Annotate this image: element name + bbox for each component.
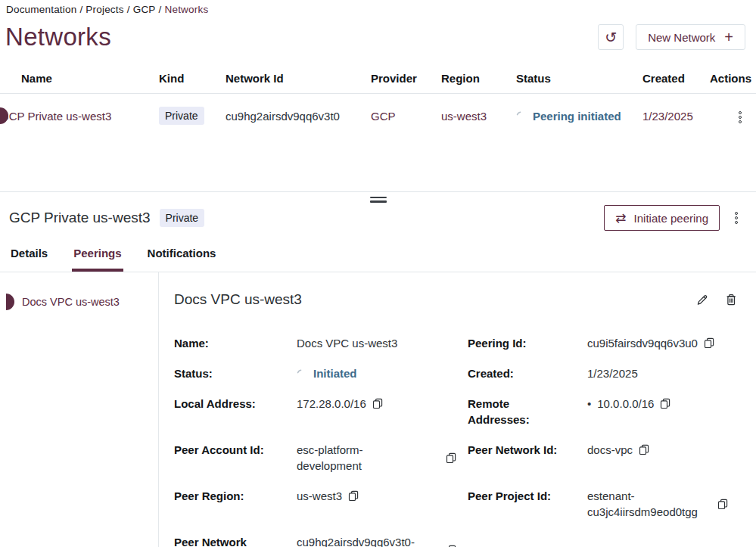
networks-page: Documentation/Projects/GCP/Networks Netw… [0,0,756,191]
column-header-actions: Actions [710,72,756,85]
breadcrumb: Documentation/Projects/GCP/Networks [0,0,756,15]
breadcrumb-separator: / [79,4,82,15]
cell-name[interactable]: GCP Private us-west3 [0,110,159,123]
field-label-name: Name: [174,335,297,351]
table-header-row: Name Kind Network Id Provider Region Sta… [0,64,756,94]
breadcrumb-item-documentation[interactable]: Documentation [6,4,76,15]
cell-network-id: cu9hg2airsdv9qq6v3t0 [226,110,371,123]
field-label-local-address: Local Address: [174,396,297,412]
copy-icon[interactable] [348,490,359,502]
panel-actions-menu-button[interactable] [730,207,742,228]
field-value-peer-project-id: estenant-cu3jc4iirsdm9eod0tgg [587,488,710,520]
initiate-peering-button[interactable]: ⇄ Initiate peering [604,205,720,231]
field-value-peer-network-id: docs-vpc [587,442,633,458]
copy-icon[interactable] [372,398,384,409]
plus-icon: + [724,30,733,45]
column-header-region: Region [441,72,516,85]
panel-title: GCP Private us-west3 [9,210,151,226]
peering-list-item-label: Docs VPC us-west3 [22,296,120,308]
column-header-created: Created [642,72,710,85]
field-label-peering-id: Peering Id: [468,335,587,351]
tab-details[interactable]: Details [9,244,49,272]
peering-marker-icon [6,294,14,310]
new-network-button[interactable]: New Network + [636,24,745,50]
field-value-local-address: 172.28.0.0/16 [297,396,366,412]
cell-region: us-west3 [441,110,516,123]
row-actions-menu-button[interactable] [734,107,746,128]
panel-kind-badge: Private [160,209,205,227]
status-spinner-icon [297,369,306,378]
networks-table: Name Kind Network Id Provider Region Sta… [0,64,756,138]
field-value-peer-network-name: cu9hg2airsdv9qq6v3t0-vpc [297,534,419,547]
field-label-peer-network-id: Peer Network Id: [468,442,587,458]
page-title: Networks [5,23,111,51]
cell-status: Peering initiated [533,110,621,123]
cell-created: 1/23/2025 [642,110,710,123]
breadcrumb-item-networks[interactable]: Networks [165,4,209,15]
field-value-name: Docs VPC us-west3 [297,335,397,351]
breadcrumb-separator: / [127,4,130,15]
cell-provider: GCP [371,110,441,123]
panel-tabs: Details Peerings Notifications [0,244,756,272]
peering-detail: Docs VPC us-west3 Name: Docs VPC us-west… [159,272,756,547]
field-value-peering-id: cu9i5fairsdv9qq6v3u0 [587,335,698,351]
delete-trash-icon[interactable] [724,293,738,306]
field-label-status: Status: [174,365,297,381]
column-header-name: Name [0,72,159,85]
tab-peerings[interactable]: Peerings [72,244,123,272]
list-bullet: • [587,396,591,412]
initiate-peering-label: Initiate peering [634,212,708,225]
peering-fields: Name: Docs VPC us-west3 Peering Id: cu9i… [174,335,739,547]
column-header-provider: Provider [371,72,441,85]
breadcrumb-separator: / [159,4,162,15]
field-label-peer-project-id: Peer Project Id: [468,488,587,504]
field-value-status: Initiated [313,365,357,381]
copy-icon[interactable] [704,337,715,349]
tab-notifications[interactable]: Notifications [146,244,218,272]
swap-arrows-icon: ⇄ [615,212,626,225]
field-label-peer-network-name: Peer Network Name: [174,534,297,547]
new-network-label: New Network [648,31,715,44]
field-label-remote-addresses: Remote Addresses: [468,396,587,427]
copy-icon[interactable] [717,499,729,510]
field-value-remote-addresses: 10.0.0.0/16 [597,396,654,412]
breadcrumb-item-gcp[interactable]: GCP [133,4,156,15]
table-row[interactable]: GCP Private us-west3 Private cu9hg2airsd… [0,94,756,138]
field-value-created: 1/23/2025 [587,365,638,381]
copy-icon[interactable] [446,545,457,547]
column-header-status: Status [516,72,642,85]
field-label-peer-account-id: Peer Account Id: [174,442,297,458]
refresh-button[interactable]: ↺ [598,24,624,50]
field-value-peer-region: us-west3 [297,488,342,504]
refresh-icon: ↺ [605,30,617,45]
peering-detail-title: Docs VPC us-west3 [174,291,302,308]
breadcrumb-item-projects[interactable]: Projects [86,4,123,15]
peerings-list: Docs VPC us-west3 [0,272,159,547]
kind-badge: Private [159,107,204,125]
field-label-peer-region: Peer Region: [174,488,297,504]
copy-icon[interactable] [660,398,671,409]
peering-list-item[interactable]: Docs VPC us-west3 [0,294,158,310]
field-value-peer-account-id: esc-platform-development [297,442,419,474]
column-header-kind: Kind [159,72,226,85]
copy-icon[interactable] [639,444,650,455]
panel-resize-handle[interactable] [369,195,388,204]
column-header-network-id: Network Id [226,72,371,85]
edit-pencil-icon[interactable] [695,293,709,306]
network-detail-panel: GCP Private us-west3 Private ⇄ Initiate … [0,191,756,547]
status-spinner-icon [516,111,525,120]
field-label-created: Created: [468,365,587,381]
copy-icon[interactable] [446,452,457,464]
